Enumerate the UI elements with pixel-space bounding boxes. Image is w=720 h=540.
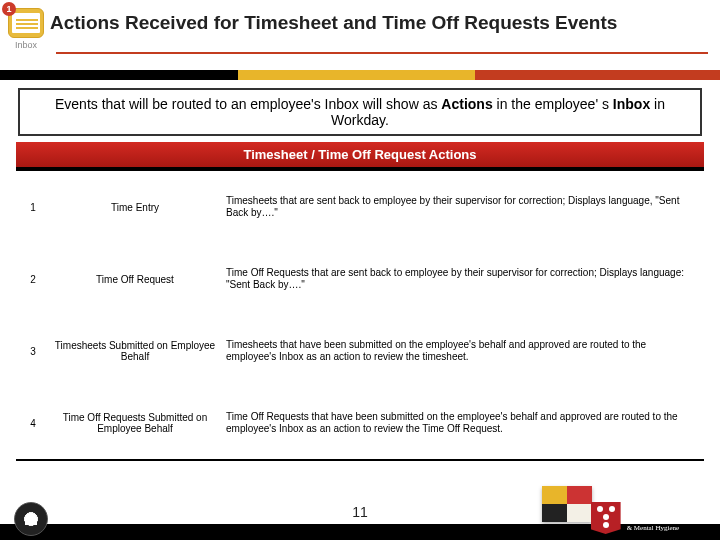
row-desc: Time Off Requests that are sent back to … (220, 267, 704, 292)
row-number: 2 (16, 274, 50, 285)
table-row: 1 Time Entry Timesheets that are sent ba… (16, 171, 704, 243)
row-name: Time Entry (50, 202, 220, 213)
section-header: Timesheet / Time Off Request Actions (16, 142, 704, 171)
department-logo: Maryland Department of Health & Mental H… (591, 502, 712, 534)
row-name: Time Off Requests Submitted on Employee … (50, 412, 220, 434)
actions-table: 1 Time Entry Timesheets that are sent ba… (16, 171, 704, 459)
department-mark-icon (591, 502, 621, 534)
table-row: 4 Time Off Requests Submitted on Employe… (16, 387, 704, 459)
accent-bar (0, 70, 720, 80)
table-border-bottom (16, 459, 704, 461)
row-desc: Timesheets that have been submitted on t… (220, 339, 704, 364)
row-number: 3 (16, 346, 50, 357)
maryland-flag-icon (542, 486, 592, 522)
table-row: 2 Time Off Request Time Off Requests tha… (16, 243, 704, 315)
page-title: Actions Received for Timesheet and Time … (50, 8, 708, 34)
row-number: 4 (16, 418, 50, 429)
title-underline (56, 52, 708, 54)
table-row: 3 Timesheets Submitted on Employee Behal… (16, 315, 704, 387)
intro-text: Events that will be routed to an employe… (18, 88, 702, 136)
inbox-label: Inbox (15, 40, 37, 50)
notification-badge: 1 (2, 2, 16, 16)
row-name: Time Off Request (50, 274, 220, 285)
inbox-icon: 1 Inbox (8, 8, 44, 50)
row-number: 1 (16, 202, 50, 213)
seal-icon (14, 502, 48, 536)
row-name: Timesheets Submitted on Employee Behalf (50, 340, 220, 362)
row-desc: Timesheets that are sent back to employe… (220, 195, 704, 220)
row-desc: Time Off Requests that have been submitt… (220, 411, 704, 436)
